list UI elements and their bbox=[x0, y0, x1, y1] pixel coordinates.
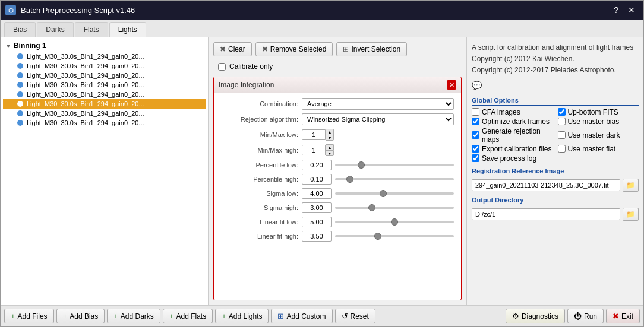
output-dir-input[interactable] bbox=[472, 208, 620, 220]
linear-fit-high-input[interactable] bbox=[302, 231, 332, 242]
rejection-select[interactable]: None Winsorized Sigma Clipping Linear Fi… bbox=[302, 113, 454, 125]
optimize-darks-label: Optimize dark frames bbox=[482, 118, 550, 126]
invert-selection-button[interactable]: ⊞ Invert Selection bbox=[336, 42, 407, 56]
percentile-low-label: Percentile low: bbox=[221, 161, 298, 169]
item-filename: Light_M30_30.0s_Bin1_294_gain0_20... bbox=[27, 91, 144, 98]
list-item[interactable]: Light_M30_30.0s_Bin1_294_gain0_20... bbox=[3, 80, 206, 90]
option-gen-rejection-maps[interactable]: Generate rejection maps bbox=[472, 127, 553, 144]
percentile-low-row: Percentile low: bbox=[221, 160, 454, 170]
up-bottom-fits-checkbox[interactable] bbox=[558, 108, 566, 116]
tab-bias[interactable]: Bias bbox=[4, 22, 36, 37]
run-icon: ⏻ bbox=[574, 312, 582, 320]
add-flats-button[interactable]: + Add Flats bbox=[163, 309, 213, 323]
option-up-bottom-fits[interactable]: Up-bottom FITS bbox=[558, 108, 639, 116]
export-cal-files-checkbox[interactable] bbox=[472, 145, 479, 153]
percentile-high-slider[interactable] bbox=[335, 178, 454, 180]
exit-button[interactable]: ✖ Exit bbox=[606, 309, 640, 323]
save-process-log-checkbox[interactable] bbox=[472, 154, 479, 162]
clear-button[interactable]: ✖ Clear bbox=[213, 42, 252, 56]
list-item[interactable]: Light_M30_30.0s_Bin1_294_gain0_20... bbox=[3, 61, 206, 71]
list-item[interactable]: Light_M30_30.0s_Bin1_294_gain0_20... bbox=[3, 52, 206, 61]
list-item[interactable]: Light_M30_30.0s_Bin1_294_gain0_20... bbox=[3, 90, 206, 99]
global-options-title: Global Options bbox=[472, 97, 639, 106]
message-icon[interactable]: 💬 bbox=[472, 79, 639, 92]
add-icon: + bbox=[222, 312, 226, 320]
linear-fit-low-input[interactable] bbox=[302, 217, 332, 227]
linear-fit-high-label: Linear fit high: bbox=[221, 233, 298, 240]
sigma-high-slider[interactable] bbox=[335, 207, 454, 209]
add-custom-button[interactable]: ⊞ Add Custom bbox=[271, 309, 332, 323]
add-lights-label: Add Lights bbox=[229, 312, 263, 320]
spin-down-button[interactable]: ▼ bbox=[326, 150, 334, 156]
min-max-high-label: Min/Max high: bbox=[221, 147, 298, 154]
reg-ref-input[interactable] bbox=[472, 179, 620, 191]
close-button[interactable]: ✕ bbox=[624, 4, 639, 16]
option-use-master-bias[interactable]: Use master bias bbox=[558, 118, 639, 126]
reg-ref-section: Registration Reference Image 📁 bbox=[472, 167, 639, 192]
sigma-low-slider-container bbox=[335, 192, 454, 195]
option-use-master-flat[interactable]: Use master flat bbox=[558, 145, 639, 153]
binning-group-header[interactable]: ▼ Binning 1 bbox=[3, 40, 206, 52]
add-bias-button[interactable]: + Add Bias bbox=[56, 309, 105, 323]
reg-ref-browse-button[interactable]: 📁 bbox=[623, 179, 639, 192]
add-icon: + bbox=[113, 312, 118, 320]
tab-lights[interactable]: Lights bbox=[109, 22, 146, 37]
run-button[interactable]: ⏻ Run bbox=[567, 309, 604, 323]
min-max-high-input[interactable] bbox=[302, 145, 326, 155]
add-darks-button[interactable]: + Add Darks bbox=[107, 309, 160, 323]
combination-label: Combination: bbox=[221, 100, 298, 107]
info-line3: Copyright (c) 2012-2017 Pleiades Astroph… bbox=[472, 65, 639, 76]
percentile-low-input[interactable] bbox=[302, 160, 332, 170]
help-button[interactable]: ? bbox=[610, 4, 622, 16]
sigma-low-input[interactable] bbox=[302, 188, 332, 199]
calibrate-only-checkbox[interactable] bbox=[218, 63, 226, 71]
linear-fit-low-slider[interactable] bbox=[335, 221, 454, 223]
min-max-high-row: Min/Max high: ▲ ▼ bbox=[221, 144, 454, 156]
integration-close-button[interactable]: ✕ bbox=[447, 80, 456, 90]
use-master-flat-checkbox[interactable] bbox=[558, 145, 566, 153]
option-optimize-darks[interactable]: Optimize dark frames bbox=[472, 118, 553, 126]
spin-up-button[interactable]: ▲ bbox=[326, 144, 334, 150]
add-custom-icon: ⊞ bbox=[277, 312, 284, 320]
list-item-selected[interactable]: Light_M30_30.0s_Bin1_294_gain0_20... bbox=[3, 99, 206, 109]
percentile-high-input[interactable] bbox=[302, 174, 332, 185]
list-item[interactable]: Light_M30_30.0s_Bin1_294_gain0_20... bbox=[3, 118, 206, 128]
invert-icon: ⊞ bbox=[343, 45, 349, 53]
min-max-low-input[interactable] bbox=[302, 129, 326, 140]
gen-rejection-maps-checkbox[interactable] bbox=[472, 131, 479, 139]
sigma-low-slider[interactable] bbox=[335, 192, 454, 195]
remove-selected-button[interactable]: ✖ Remove Selected bbox=[255, 42, 333, 56]
add-lights-button[interactable]: + Add Lights bbox=[215, 309, 269, 323]
option-use-master-dark[interactable]: Use master dark bbox=[558, 127, 639, 144]
cfa-images-checkbox[interactable] bbox=[472, 108, 479, 116]
add-files-button[interactable]: + Add Files bbox=[4, 309, 54, 323]
linear-fit-high-row: Linear fit high: bbox=[221, 231, 454, 242]
linear-fit-high-slider[interactable] bbox=[335, 235, 454, 237]
output-dir-row: 📁 bbox=[472, 208, 639, 221]
tab-darks[interactable]: Darks bbox=[37, 22, 73, 37]
optimize-darks-checkbox[interactable] bbox=[472, 118, 479, 125]
spin-down-button[interactable]: ▼ bbox=[326, 135, 334, 141]
percentile-low-slider[interactable] bbox=[335, 164, 454, 166]
diagnostics-button[interactable]: ⚙ Diagnostics bbox=[506, 309, 565, 323]
output-dir-browse-button[interactable]: 📁 bbox=[623, 208, 639, 221]
sigma-high-input[interactable] bbox=[302, 202, 332, 213]
min-max-low-label: Min/Max low: bbox=[221, 131, 298, 138]
option-cfa-images[interactable]: CFA images bbox=[472, 108, 553, 116]
option-save-process-log[interactable]: Save process log bbox=[472, 154, 553, 163]
option-export-cal-files[interactable]: Export calibration files bbox=[472, 145, 553, 153]
binning-group: ▼ Binning 1 Light_M30_30.0s_Bin1_294_gai… bbox=[3, 40, 206, 128]
title-bar: ⬡ Batch Preprocessing Script v1.46 ? ✕ bbox=[1, 1, 643, 20]
combination-select[interactable]: Average Median Minimum Maximum bbox=[302, 98, 454, 110]
add-files-label: Add Files bbox=[18, 312, 48, 320]
list-item[interactable]: Light_M30_30.0s_Bin1_294_gain0_20... bbox=[3, 71, 206, 80]
item-filename: Light_M30_30.0s_Bin1_294_gain0_20... bbox=[27, 62, 144, 69]
spin-up-button[interactable]: ▲ bbox=[326, 129, 334, 135]
reset-button[interactable]: ↺ Reset bbox=[335, 309, 375, 323]
list-item[interactable]: Light_M30_30.0s_Bin1_294_gain0_20... bbox=[3, 109, 206, 118]
use-master-dark-checkbox[interactable] bbox=[558, 131, 566, 139]
tab-flats[interactable]: Flats bbox=[75, 22, 108, 37]
calibrate-only-checkbox-label[interactable]: Calibrate only bbox=[218, 62, 273, 71]
use-master-bias-checkbox[interactable] bbox=[558, 118, 566, 125]
info-line2: Copyright (c) 2012 Kai Wiechen. bbox=[472, 53, 639, 65]
